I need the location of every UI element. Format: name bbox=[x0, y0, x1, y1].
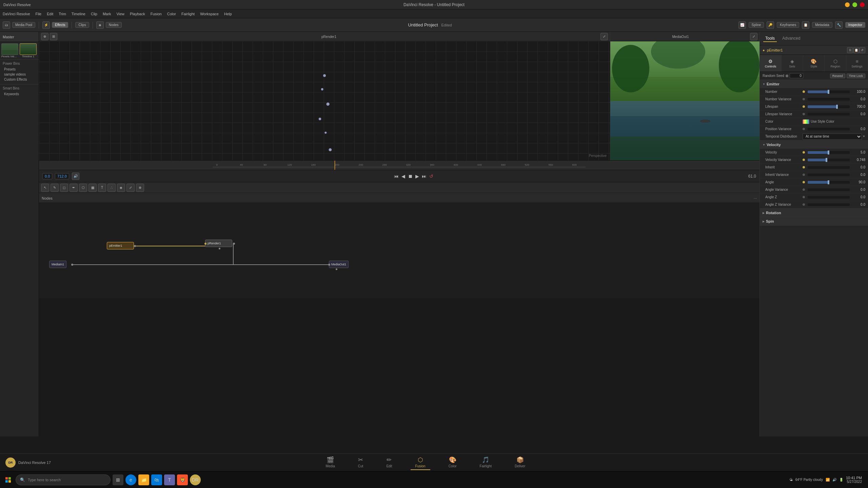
go-to-end-button[interactable]: ⏭ bbox=[422, 174, 427, 179]
prop-angle-z-slider[interactable] bbox=[808, 196, 850, 199]
nodes-more-icon[interactable]: ··· bbox=[754, 196, 757, 200]
media-fullscreen-icon[interactable]: ⤢ bbox=[750, 33, 757, 40]
menu-item-clip[interactable]: Clip bbox=[91, 12, 97, 16]
prop-angle-variance-value[interactable]: 0.0 bbox=[851, 188, 865, 191]
menu-item-file[interactable]: File bbox=[36, 12, 42, 16]
media-pool-icon[interactable]: 🗂 bbox=[3, 21, 10, 29]
prop-number-slider[interactable] bbox=[808, 90, 850, 93]
velocity-section-header[interactable]: ▼ Velocity bbox=[760, 141, 868, 149]
thumbnail-img-2[interactable] bbox=[20, 43, 37, 55]
prop-number-value[interactable]: 100.0 bbox=[851, 90, 865, 94]
network-icon[interactable]: 📶 bbox=[826, 478, 830, 482]
prop-number-variance-value[interactable]: 0.0 bbox=[851, 97, 865, 101]
maximize-button[interactable] bbox=[852, 2, 857, 7]
minimize-button[interactable] bbox=[845, 2, 850, 7]
explorer-icon[interactable]: 📁 bbox=[138, 474, 149, 485]
zoom-tool[interactable]: ⊕ bbox=[136, 184, 144, 192]
inspector-tab-tools[interactable]: Tools bbox=[763, 35, 777, 42]
mask-tool[interactable]: ◈ bbox=[117, 184, 125, 192]
prop-inherit-variance-value[interactable]: 0.0 bbox=[851, 173, 865, 177]
prop-position-variance-slider[interactable] bbox=[808, 128, 850, 130]
edge-icon[interactable]: e bbox=[125, 474, 136, 485]
prop-temporal-dropdown[interactable]: At at same time Over time bbox=[803, 134, 862, 140]
davinci-taskbar-icon[interactable]: DR bbox=[190, 474, 201, 485]
transform-icon[interactable]: ⊕ bbox=[41, 33, 48, 40]
stop-button[interactable]: ⏹ bbox=[408, 174, 413, 179]
effects-icon[interactable]: ⚡ bbox=[42, 21, 50, 29]
inspector-button[interactable]: Inspector bbox=[845, 22, 865, 28]
menu-item-color[interactable]: Color bbox=[167, 12, 176, 16]
nav-media[interactable]: 🎬 Media bbox=[321, 455, 340, 470]
keyframes-icon[interactable]: 🔑 bbox=[767, 21, 774, 29]
keywords-item[interactable]: Keywords bbox=[3, 92, 36, 97]
menu-item-fusion[interactable]: Fusion bbox=[151, 12, 162, 16]
spline-button[interactable]: Spline bbox=[749, 22, 764, 28]
inspector-tab-advanced[interactable]: Advanced bbox=[780, 35, 802, 42]
inspector-icon[interactable]: 🔧 bbox=[835, 21, 843, 29]
menu-item-timeline[interactable]: Timeline bbox=[72, 12, 85, 16]
metadata-button[interactable]: Metadata bbox=[812, 22, 832, 28]
prop-inherit-value[interactable]: 0.0 bbox=[851, 165, 865, 169]
menu-item-help[interactable]: Help bbox=[224, 12, 232, 16]
media-pool-button[interactable]: Media Pool bbox=[12, 22, 35, 28]
metadata-icon[interactable]: 📋 bbox=[802, 21, 809, 29]
nav-deliver[interactable]: 📦 Deliver bbox=[510, 455, 530, 470]
taskbar-search-bar[interactable]: 🔍 Type here to search bbox=[16, 474, 111, 485]
custom-effects-item[interactable]: Custom Effects bbox=[3, 77, 36, 82]
gradient-tool[interactable]: ▦ bbox=[88, 184, 97, 192]
spin-section-header[interactable]: ▶ Spin bbox=[760, 217, 868, 225]
prop-lifespan-variance-slider[interactable] bbox=[808, 113, 850, 116]
prop-angle-value[interactable]: 90.0 bbox=[851, 180, 865, 184]
spline-icon[interactable]: 📈 bbox=[738, 21, 746, 29]
nodes-icon[interactable]: ◈ bbox=[96, 21, 104, 29]
close-button[interactable] bbox=[860, 2, 865, 7]
prop-velocity-value[interactable]: 5.0 bbox=[851, 150, 865, 154]
prop-velocity-slider[interactable] bbox=[808, 151, 850, 154]
prop-angle-z-value[interactable]: 0.0 bbox=[851, 195, 865, 199]
subtab-region[interactable]: ⬡ Region bbox=[825, 55, 846, 72]
menu-item-workspace[interactable]: Workspace bbox=[200, 12, 219, 16]
prop-number-variance-slider[interactable] bbox=[808, 98, 850, 101]
effects-button[interactable]: Effects bbox=[52, 22, 68, 28]
subtab-settings[interactable]: ≡ Settings bbox=[846, 55, 868, 72]
pen-tool[interactable]: ✒ bbox=[70, 184, 78, 192]
keyframes-button[interactable]: Keyframes bbox=[777, 22, 799, 28]
view-type-icon[interactable]: ⊞ bbox=[50, 33, 57, 40]
menu-item-playback[interactable]: Playback bbox=[130, 12, 145, 16]
volume-icon[interactable]: 🔊 bbox=[832, 478, 836, 482]
menu-item-edit[interactable]: Edit bbox=[47, 12, 53, 16]
prop-lifespan-variance-value[interactable]: 0.0 bbox=[851, 112, 865, 116]
nodes-button[interactable]: Nodes bbox=[106, 22, 122, 28]
prop-angle-z-variance-slider[interactable] bbox=[808, 203, 850, 206]
prop-angle-variance-slider[interactable] bbox=[808, 188, 850, 191]
rotation-section-header[interactable]: ▶ Rotation bbox=[760, 209, 868, 217]
subtab-style[interactable]: 🎨 Style bbox=[803, 55, 825, 72]
shape-tool[interactable]: ⬡ bbox=[79, 184, 87, 192]
prop-position-variance-value[interactable]: 0.0 bbox=[851, 127, 865, 131]
fullscreen-icon[interactable]: ⤢ bbox=[600, 33, 608, 40]
app-menu-davinci[interactable]: DaVinci Resolve bbox=[3, 3, 31, 7]
loop-button[interactable]: ↺ bbox=[429, 174, 433, 179]
prop-velocity-variance-value[interactable]: 0.748 bbox=[851, 158, 865, 162]
prop-lifespan-slider[interactable] bbox=[808, 105, 850, 108]
menu-item-mark[interactable]: Mark bbox=[103, 12, 111, 16]
nav-color[interactable]: 🎨 Color bbox=[444, 455, 461, 470]
select-tool[interactable]: ↖ bbox=[41, 184, 49, 192]
play-forward-button[interactable]: ▶ bbox=[415, 174, 419, 179]
go-to-start-button[interactable]: ⏮ bbox=[394, 174, 399, 179]
nav-fusion[interactable]: ⬡ Fusion bbox=[411, 455, 430, 470]
brave-icon[interactable]: 🦁 bbox=[177, 474, 188, 485]
menu-item-view[interactable]: View bbox=[116, 12, 124, 16]
reseed-button[interactable]: Reseed bbox=[830, 74, 845, 78]
nav-cut[interactable]: ✂ Cut bbox=[353, 455, 368, 470]
presets-item[interactable]: Presets bbox=[3, 67, 36, 72]
thumbnail-item-2[interactable]: Timeline 1 bbox=[20, 43, 37, 58]
prop-lifespan-value[interactable]: 700.0 bbox=[851, 105, 865, 108]
nav-edit[interactable]: ✏ Edit bbox=[381, 455, 397, 470]
timecode-end[interactable]: 712.0 bbox=[55, 173, 69, 179]
audio-icon[interactable]: 🔊 bbox=[72, 172, 79, 180]
menu-item-trim[interactable]: Trim bbox=[59, 12, 66, 16]
teams-icon[interactable]: T bbox=[164, 474, 175, 485]
nav-fairlight[interactable]: 🎵 Fairlight bbox=[475, 455, 497, 470]
start-button[interactable] bbox=[3, 474, 14, 485]
